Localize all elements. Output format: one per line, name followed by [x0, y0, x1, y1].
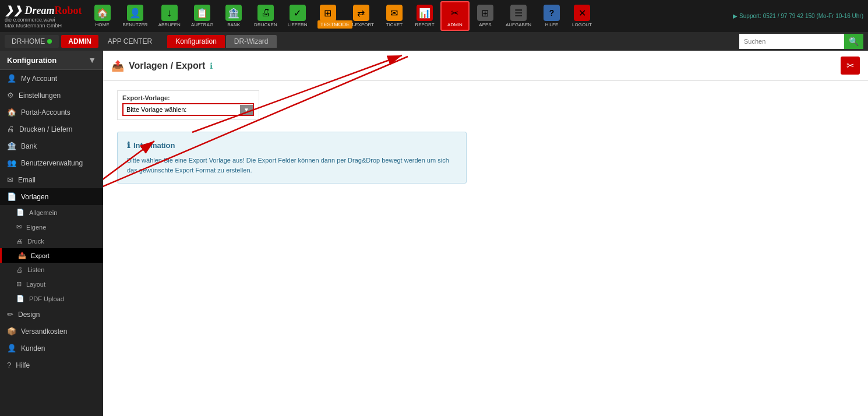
- sidebar-vorlagen-label: Vorlagen: [21, 193, 48, 201]
- nav-admin[interactable]: ✂ ADMIN: [440, 1, 470, 31]
- sidebar-item-kunden[interactable]: 👤 Kunden: [0, 340, 103, 357]
- sidebar-item-hilfe[interactable]: ? Hilfe: [0, 357, 103, 373]
- sidebar-item-vorlagen[interactable]: 📄 Vorlagen: [0, 188, 103, 205]
- page-title-area: 📤 Vorlagen / Export ℹ: [111, 59, 213, 72]
- aufgaben-icon: ☰: [510, 5, 527, 21]
- sidebar-sub-eigene[interactable]: ✉ Eigene: [0, 220, 103, 234]
- sidebar-bank-label: Bank: [21, 142, 37, 150]
- pdf-upload-icon: 📄: [16, 295, 24, 302]
- info-circle-icon: ℹ: [127, 140, 130, 150]
- email-icon: ✉: [7, 175, 13, 184]
- sidebar-item-drucken[interactable]: 🖨 Drucken / Liefern: [0, 121, 103, 138]
- sidebar-sub-listen[interactable]: 🖨 Listen: [0, 263, 103, 277]
- export-vorlage-select[interactable]: Bitte Vorlage wählen:: [124, 104, 240, 115]
- nav-ticket[interactable]: ✉ TICKET: [380, 2, 409, 30]
- logo-subtitle: die e.commerce.wawi: [5, 17, 82, 23]
- sidebar-item-einstellungen[interactable]: ⚙ Einstellungen: [0, 87, 103, 104]
- nav-hilfe[interactable]: ? HILFE: [537, 2, 566, 30]
- sidebar-item-versandkosten[interactable]: 📦 Versandkosten: [0, 323, 103, 340]
- page-title-icon: 📤: [111, 59, 124, 72]
- second-navigation: DR-HOME ADMIN APP CENTER Konfiguration D…: [0, 32, 868, 51]
- page-help-icon[interactable]: ℹ: [210, 61, 213, 70]
- bank-icon: 🏦: [225, 5, 242, 21]
- ticket-icon: ✉: [386, 5, 403, 21]
- nav-home[interactable]: 🏠 HOME: [88, 2, 117, 30]
- sidebar-item-bank[interactable]: 🏦 Bank: [0, 138, 103, 154]
- top-navigation: ❯❯ DreamRobot die e.commerce.wawi Max Mu…: [0, 0, 868, 32]
- support-text: ▶ Support: 0521 / 97 79 42 150 (Mo-Fr 10…: [733, 13, 863, 19]
- page-header: 📤 Vorlagen / Export ℹ ✂: [103, 51, 868, 81]
- listen-icon: 🖨: [16, 266, 23, 273]
- sidebar: Konfiguration ▼ 👤 My Account ⚙ Einstellu…: [0, 51, 103, 416]
- nav-apps[interactable]: ⊞ APPS: [471, 2, 500, 30]
- nav-abrufen[interactable]: ↓ ABRUFEN: [154, 2, 185, 30]
- tools-button[interactable]: ✂: [841, 57, 860, 75]
- sidebar-allgemein-label: Allgemein: [29, 209, 57, 216]
- nav-logout-label: LOGOUT: [572, 22, 592, 27]
- sidebar-pdf-upload-label: PDF Upload: [29, 295, 64, 302]
- nav-benutzer[interactable]: 👤 BENUTZER: [118, 2, 153, 30]
- drucken-icon: 🖨: [257, 5, 274, 21]
- sidebar-item-portal-accounts[interactable]: 🏠 Portal-Accounts: [0, 104, 103, 121]
- green-status-dot: [47, 39, 52, 44]
- home-icon: 🏠: [94, 5, 111, 21]
- tab-dr-wizard[interactable]: DR-Wizard: [226, 35, 277, 48]
- layout-icon: ⊞: [16, 280, 22, 288]
- export-vorlage-group: Export-Vorlage: Bitte Vorlage wählen: ▼: [122, 94, 254, 116]
- bank-sidebar-icon: 🏦: [7, 142, 16, 150]
- sidebar-sub-layout[interactable]: ⊞ Layout: [0, 277, 103, 291]
- nav-abrufen-label: ABRUFEN: [158, 22, 181, 27]
- kunden-icon: 👤: [7, 344, 16, 352]
- sidebar-item-my-account[interactable]: 👤 My Account: [0, 70, 103, 87]
- sidebar-design-label: Design: [18, 311, 40, 319]
- sidebar-item-email[interactable]: ✉ Email: [0, 171, 103, 188]
- sidebar-versandkosten-label: Versandkosten: [21, 327, 67, 336]
- dr-home-nav[interactable]: DR-HOME: [5, 35, 59, 48]
- search-button[interactable]: 🔍: [844, 34, 863, 49]
- app-center-nav[interactable]: APP CENTER: [101, 35, 159, 48]
- export-icon: 📤: [18, 252, 26, 259]
- sidebar-sub-allgemein[interactable]: 📄 Allgemein: [0, 205, 103, 220]
- content-area: 📤 Vorlagen / Export ℹ ✂ Export-Vorlage: …: [103, 51, 868, 416]
- sidebar-sub-pdf-upload[interactable]: 📄 PDF Upload: [0, 291, 103, 306]
- tab-konfiguration[interactable]: Konfiguration: [167, 35, 225, 48]
- export-vorlage-label: Export-Vorlage:: [122, 94, 254, 101]
- info-box: ℹ Information Bitte wählen Sie eine Expo…: [117, 132, 467, 184]
- nav-liefern[interactable]: ✓ LIEFERN: [283, 2, 312, 30]
- account-icon: 👤: [7, 74, 16, 83]
- info-box-text: Bitte wählen Sie eine Export Vorlage aus…: [127, 156, 457, 175]
- admin-nav[interactable]: ADMIN: [61, 35, 98, 48]
- nav-bank-label: BANK: [227, 22, 240, 27]
- sidebar-header: Konfiguration ▼: [0, 51, 103, 70]
- sidebar-sub-druck[interactable]: 🖨 Druck: [0, 234, 103, 248]
- logo-user: Max Mustermann GmbH: [5, 23, 82, 29]
- nav-ticket-label: TICKET: [386, 22, 403, 27]
- sidebar-title: Konfiguration: [7, 56, 57, 65]
- nav-home-label: HOME: [96, 22, 110, 27]
- hilfe-icon: ?: [544, 5, 560, 21]
- imexport-icon: ⇄: [353, 5, 369, 21]
- sidebar-sub-export[interactable]: 📤 Export: [0, 248, 103, 263]
- sidebar-export-label: Export: [31, 252, 50, 259]
- search-input[interactable]: [739, 34, 844, 49]
- nav-logout[interactable]: ✕ LOGOUT: [567, 2, 597, 30]
- hilfe-sidebar-icon: ?: [7, 361, 11, 369]
- drucken-sidebar-icon: 🖨: [7, 125, 15, 133]
- nav-auftrag[interactable]: 📋 AUFTRAG: [186, 2, 218, 30]
- sidebar-item-design[interactable]: ✏ Design: [0, 306, 103, 323]
- apps-icon: ⊞: [477, 5, 493, 21]
- nav-drucken[interactable]: 🖨 DRUCKEN: [249, 2, 282, 30]
- nav-aufgaben[interactable]: ☰ AUFGABEN: [501, 2, 536, 30]
- benutzer-sidebar-icon: 👥: [7, 158, 16, 167]
- nav-report-label: REPORT: [415, 22, 434, 27]
- nav-report[interactable]: 📊 REPORT: [410, 2, 439, 30]
- nav-aufgaben-label: AUFGABEN: [506, 22, 531, 27]
- search-area: 🔍: [739, 34, 863, 49]
- sidebar-item-benutzer[interactable]: 👥 Benutzerverwaltung: [0, 154, 103, 171]
- portal-icon: 🏠: [7, 108, 16, 117]
- nav-bank[interactable]: 🏦 BANK: [219, 2, 248, 30]
- nav-liefern-label: LIEFERN: [288, 22, 308, 27]
- info-box-title: ℹ Information: [127, 140, 457, 150]
- export-form: Export-Vorlage: Bitte Vorlage wählen: ▼: [117, 90, 259, 120]
- sidebar-listen-label: Listen: [27, 266, 44, 273]
